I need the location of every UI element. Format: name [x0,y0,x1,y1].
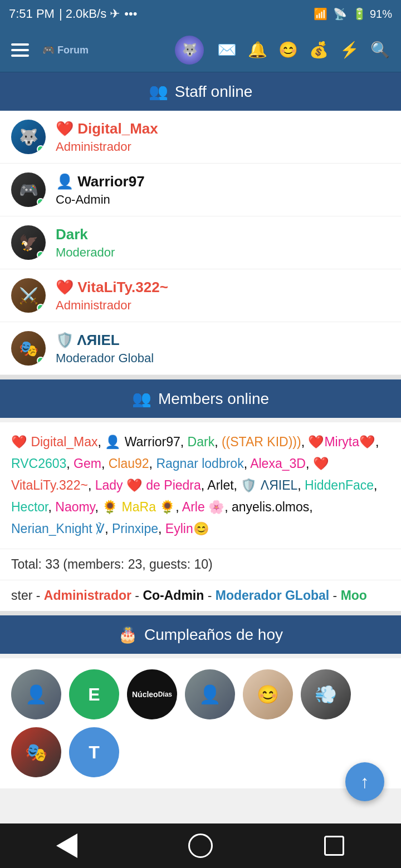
member-name[interactable]: 🛡️ ΛЯIEL [241,478,297,492]
member-name[interactable]: Arle 🌸 [182,500,224,514]
avatar-warrior97: 🎮 [11,172,46,207]
separator: , [149,456,157,471]
staff-info-warrior97: 👤 Warrior97 Co-Admin [56,173,145,207]
nav-icons-right: ✉️ 🔔 😊 💰 ⚡ 🔍 [213,36,394,63]
legend-admin: Administrador [44,588,131,603]
member-name[interactable]: HiddenFace [305,478,374,492]
status-left: 7:51 PM | 2.0kB/s ✈ ••• [9,7,137,21]
legend-coadmin: Co-Admin [143,588,204,603]
hamburger-menu-icon[interactable] [7,39,33,61]
member-name[interactable]: Eylin😊 [165,521,209,536]
member-name[interactable]: Lady ❤️ de Piedra [95,478,201,492]
legend-sep3: - [333,588,341,603]
staff-info-ariel: 🛡️ ΛЯIEL Moderador Global [56,332,154,366]
separator: , [309,500,312,514]
mail-icon[interactable]: ✉️ [213,36,241,63]
legend-text: ster - [11,588,44,603]
scroll-to-top-button[interactable]: ↑ [345,762,384,801]
bday-avatar-6[interactable]: 💨 [301,669,351,719]
staff-online-title: Staff online [175,83,253,101]
separator: , [48,500,55,514]
member-name[interactable]: Clau92 [109,456,149,471]
staff-role-digital-max: Administrador [56,140,158,154]
member-name[interactable]: ❤️Miryta❤️ [308,435,375,449]
recents-button[interactable] [320,832,348,860]
separator: , [101,456,109,471]
home-button[interactable] [187,832,214,860]
staff-item: 🐺 ❤️ Digital_Max Administrador [0,111,401,164]
emoji-icon[interactable]: 😊 [274,36,302,63]
search-icon[interactable]: 🔍 [366,36,394,63]
bday-avatar-4[interactable]: 👤 [185,669,235,719]
bday-avatar-7[interactable]: 🎭 [11,727,61,777]
time-text: 7:51 PM [9,7,55,21]
member-name[interactable]: Hector [11,500,48,514]
birthday-cake-icon: 🎂 [118,625,138,644]
legend-row: ster - Administrador - Co-Admin - Modera… [0,580,401,611]
legend-sep2: - [208,588,216,603]
bottom-nav [0,823,401,868]
separator: , [201,478,208,492]
bday-avatar-2[interactable]: E [69,669,119,719]
staff-item: 🎭 🛡️ ΛЯIEL Moderador Global [0,322,401,375]
staff-item: 🦅 Dark Moderador [0,216,401,269]
member-name[interactable]: Prinxipe [112,521,158,536]
back-button[interactable] [53,832,81,860]
avatar-digital-max: 🐺 [11,120,46,154]
member-name[interactable]: Gem [74,456,101,471]
staff-name-warrior97: 👤 Warrior97 [56,173,145,190]
bell-icon[interactable]: 🔔 [243,36,272,63]
separator: , [98,435,105,449]
lightning-icon[interactable]: ⚡ [335,36,364,63]
bday-avatar-3[interactable]: Núcleo Días [127,669,177,719]
staff-name-ariel: 🛡️ ΛЯIEL [56,332,154,349]
member-name[interactable]: Arlet [207,478,233,492]
staff-item: ⚔️ ❤️ VitaLiTy.322~ Administrador [0,269,401,322]
status-bar: 7:51 PM | 2.0kB/s ✈ ••• 📶 📡 🔋 91% [0,0,401,28]
member-name[interactable]: anyelis.olmos [232,500,309,514]
member-name[interactable]: RVC2603 [11,456,66,471]
wallet-icon[interactable]: 💰 [305,36,333,63]
avatar-ariel: 🎭 [11,331,46,366]
separator: , [175,500,182,514]
member-name[interactable]: ❤️ Digital_Max [11,435,98,449]
network-speed: | 2.0kB/s ✈ [59,7,120,21]
separator: , [88,478,95,492]
avatar-dark: 🦅 [11,225,46,260]
staff-role-vitality: Administrador [56,298,168,313]
member-name[interactable]: 🌻 MaRa 🌻 [102,500,175,514]
separator: , [301,435,309,449]
members-online-header: 👥 Members online [0,379,401,418]
staff-list: 🐺 ❤️ Digital_Max Administrador 🎮 👤 Warri… [0,111,401,375]
nav-bar: 🎮 Forum 🐺 ✉️ 🔔 😊 💰 ⚡ 🔍 [0,28,401,72]
member-name[interactable]: Alexa_3D [250,456,306,471]
member-name[interactable]: Naomy [55,500,95,514]
legend-sep: - [135,588,143,603]
member-name[interactable]: 👤 Warrior97 [105,435,180,449]
separator: , [105,521,112,536]
member-name[interactable]: Dark [188,435,215,449]
birthday-title: Cumpleaños de hoy [144,626,283,644]
staff-item: 🎮 👤 Warrior97 Co-Admin [0,164,401,216]
bday-avatar-1[interactable]: 👤 [11,669,61,719]
total-text: Total: 33 (members: 23, guests: 10) [0,549,401,580]
legend-global: Moderador GLobal [216,588,329,603]
separator: , [297,478,305,492]
member-name[interactable]: ((STAR KID))) [222,435,301,449]
logo-text: 🎮 Forum [42,44,89,56]
member-name[interactable]: Ragnar lodbrok [156,456,243,471]
bday-avatar-5[interactable]: 😊 [243,669,293,719]
bday-avatar-8[interactable]: T [69,727,119,777]
separator: , [180,435,188,449]
birthday-header: 🎂 Cumpleaños de hoy [0,615,401,654]
battery-icon: 🔋 91% [353,7,392,21]
avatar-vitality: ⚔️ [11,278,46,313]
separator: , [306,456,313,471]
separator: , [244,456,251,471]
nav-user-avatar[interactable]: 🐺 [175,36,204,65]
member-name[interactable]: Nerian_Knight ℣ [11,521,105,536]
svg-rect-0 [11,43,29,46]
wifi-icon: 📡 [333,7,347,21]
svg-rect-1 [11,49,29,51]
status-right: 📶 📡 🔋 91% [314,7,392,21]
